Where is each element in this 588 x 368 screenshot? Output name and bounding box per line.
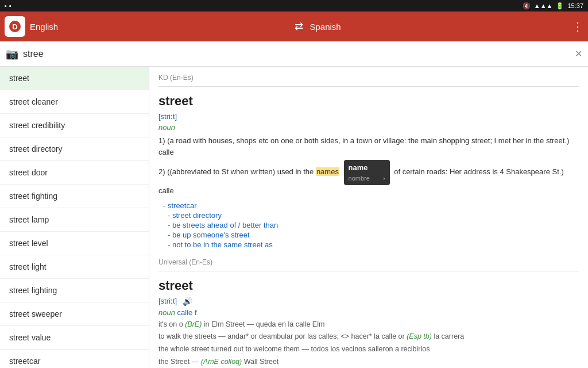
app-icon-small: ▪ [5,2,7,9]
subentry-1[interactable]: - street directory [168,211,579,220]
status-bar: ▪ ▪ 🔇 ▲▲▲ 🔋 15:37 [0,0,588,12]
time-display: 15:37 [567,2,583,9]
dict-headword-2: street [158,278,579,293]
status-bar-right: 🔇 ▲▲▲ 🔋 15:37 [523,2,583,10]
language-english[interactable]: English [30,22,288,32]
subentry-3[interactable]: - be up someone's street [168,231,579,239]
word-item-street-level[interactable]: street level [0,232,149,255]
dict-pos-1: noun [158,123,579,132]
word-item-street[interactable]: street [0,67,149,90]
dict-source-2: Universal (En-Es) [158,258,579,266]
subentry-4[interactable]: - not to be in the same street as [168,240,579,249]
word-item-street-door[interactable]: street door [0,161,149,185]
svg-text:D: D [12,22,17,31]
dict-examples: it's on o (BrE) in Elm Street — queda en… [158,319,579,369]
status-bar-left: ▪ ▪ [5,2,11,9]
word-item-street-lighting[interactable]: street lighting [0,279,149,302]
word-item-street-cleaner[interactable]: street cleaner [0,90,149,114]
toolbar: D English ⇄ Spanish ⋮ [0,12,588,41]
dict-subentries: - streetcar - street directory - be stre… [158,201,579,249]
word-list: streetstreet cleanerstreet credibilityst… [0,67,149,368]
subentry-2[interactable]: - be streets ahead of / better than [168,221,579,229]
dictionary-content: KD (En-Es) street [striːt] noun 1) (a ro… [149,67,588,368]
dict-def-2: 2) ((abbreviated to St when written) use… [158,160,579,197]
dict-example-3: the Street — (AmE colloq) Wall Street [158,356,579,367]
dict-section-2: Universal (En-Es) street [striːt] 🔊 noun… [158,258,579,369]
language-spanish[interactable]: Spanish [310,22,568,32]
word-item-street-sweeper[interactable]: street sweeper [0,302,149,326]
main-layout: streetstreet cleanerstreet credibilityst… [0,67,588,368]
swap-languages-button[interactable]: ⇄ [292,18,305,35]
dict-translation: calle f [177,308,197,317]
dict-section-1: KD (En-Es) street [striːt] noun 1) (a ro… [158,74,579,249]
tooltip-translation: nombre [349,174,370,183]
word-item-street-directory[interactable]: street directory [0,137,149,161]
signal-icon: ▲▲▲ [534,2,553,9]
dict-pos-2: noun [158,308,175,317]
more-options-button[interactable]: ⋮ [572,20,583,33]
dict-example-2: the whole street turned out to welcome t… [158,344,579,355]
def2-before: 2) ((abbreviated to St when written) use… [158,167,314,176]
tooltip-main: name [349,162,385,174]
search-bar: 📷 ✕ [0,41,588,67]
word-item-street-lamp[interactable]: street lamp [0,208,149,232]
tooltip-popup: name nombre › [344,160,390,185]
def2-highlight[interactable]: names [316,167,339,176]
battery-icon: 🔋 [556,2,564,10]
word-item-street-fighting[interactable]: street fighting [0,185,149,208]
dict-pronunciation-1: [striːt] [158,112,579,121]
camera-search-icon[interactable]: 📷 [6,48,18,60]
dict-noun-line: noun calle f [158,308,579,317]
tooltip-sub: nombre › [349,174,385,183]
word-item-streetcar[interactable]: streetcar [0,350,149,368]
mute-icon: 🔇 [523,2,531,10]
dict-divider-1 [158,86,579,87]
dict-headword-1: street [158,94,579,109]
dict-example-0: it's on o (BrE) in Elm Street — queda en… [158,319,579,330]
clear-search-button[interactable]: ✕ [575,48,582,59]
subentry-streetcar[interactable]: - streetcar [163,201,579,210]
word-item-street-credibility[interactable]: street credibility [0,114,149,137]
dict-divider-2 [158,271,579,271]
tooltip-arrow: › [383,174,385,183]
dict-source-1: KD (En-Es) [158,74,579,82]
word-item-street-value[interactable]: street value [0,326,149,350]
word-item-street-light[interactable]: street light [0,255,149,279]
search-input[interactable] [23,49,575,59]
app-logo[interactable]: D [5,16,25,37]
speaker-icon[interactable]: 🔊 [183,297,192,306]
dict-def-1: 1) (a road with houses, shops etc on one… [158,135,579,158]
dict-pronunciation-2: [striːt] [158,297,177,305]
dict-example-1: to walk the streets — andar* or deambula… [158,331,579,342]
app-icon-small2: ▪ [9,2,11,9]
